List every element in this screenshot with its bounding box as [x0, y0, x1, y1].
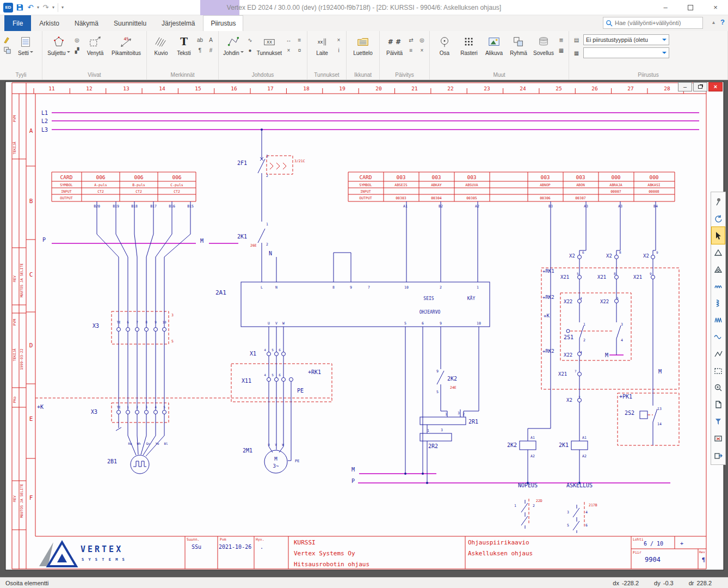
- text-edit-icon[interactable]: ab: [195, 35, 205, 44]
- drawing-filter-icon[interactable]: ▦: [572, 48, 581, 57]
- update-list-icon[interactable]: ≡: [406, 46, 416, 54]
- schematic-text: 2: [583, 338, 585, 342]
- search-input[interactable]: [615, 20, 700, 26]
- tag-frame-icon[interactable]: ¤: [295, 46, 304, 54]
- style-pick-icon[interactable]: [3, 35, 12, 44]
- zoom-icon[interactable]: [712, 379, 725, 396]
- mdi-close-button[interactable]: ×: [708, 82, 723, 91]
- marquee-icon[interactable]: [712, 362, 725, 379]
- schematic-text: 5: [436, 390, 439, 394]
- app-link-icon[interactable]: ≣: [557, 35, 566, 44]
- setti-button[interactable]: Setti: [12, 32, 39, 56]
- pin-icon[interactable]: [712, 193, 725, 210]
- filter-icon[interactable]: [712, 413, 725, 430]
- wire-node-icon[interactable]: ∿: [245, 35, 255, 44]
- drawing-canvas[interactable]: 111213141516171819202122232425262728ABCD…: [0, 80, 728, 577]
- mdi-minimize-button[interactable]: –: [678, 82, 692, 91]
- paivita-button[interactable]: # # Päivitä: [382, 32, 406, 56]
- window-close-button[interactable]: ×: [703, 0, 728, 15]
- select-cursor-icon[interactable]: [712, 227, 725, 244]
- suljettu-button[interactable]: Suljettu: [45, 32, 72, 56]
- tab-file[interactable]: File: [4, 15, 31, 31]
- tunnukset-johdotus-button[interactable]: XX Tunnukset: [255, 32, 284, 56]
- snap-target-icon[interactable]: ◎: [72, 35, 82, 44]
- schematic-text: SSu: [192, 544, 201, 550]
- alikuva-button[interactable]: Alikuva: [482, 32, 507, 56]
- drawing-filter-select[interactable]: [583, 47, 669, 58]
- text-icon: T: [176, 34, 192, 50]
- johdin-button[interactable]: Johdin: [221, 32, 245, 56]
- mdi-restore-button[interactable]: [693, 82, 707, 91]
- tab-jarjestelma[interactable]: Järjestelmä: [155, 15, 202, 31]
- tab-suunnittelu[interactable]: Suunnittelu: [107, 15, 153, 31]
- text-grid-icon[interactable]: #: [206, 46, 215, 54]
- sovellus-button[interactable]: Sovellus: [530, 32, 557, 56]
- wave-icon[interactable]: [712, 328, 725, 345]
- coil-2-icon[interactable]: [712, 295, 725, 311]
- schematic-text: ABRAJA: [609, 183, 622, 187]
- schematic-text: B17: [150, 204, 157, 209]
- delete-box-icon[interactable]: [712, 430, 725, 446]
- schematic-text: Pvm: [220, 537, 226, 542]
- hatch-triangle-icon[interactable]: [712, 261, 725, 278]
- polyline-icon[interactable]: [712, 345, 725, 362]
- schematic-text: 006: [172, 174, 181, 180]
- paragraph-icon[interactable]: ¶: [195, 46, 205, 54]
- device-x-icon[interactable]: ×: [334, 35, 343, 44]
- export-icon[interactable]: [712, 446, 725, 463]
- schematic-text: 3: [441, 428, 443, 432]
- undo-icon[interactable]: ↶: [26, 2, 35, 13]
- tag-x-icon[interactable]: ×: [284, 46, 293, 54]
- schematic-text: D: [29, 342, 33, 349]
- tag-left-icon[interactable]: ↔: [284, 35, 293, 44]
- group-label-tunnukset: Tunnukset: [310, 71, 343, 79]
- schematic-text: 2: [462, 412, 465, 416]
- schematic-text: 10: [162, 320, 166, 324]
- schematic-text: X21: [558, 371, 567, 377]
- rotate-icon[interactable]: [712, 210, 725, 227]
- app-icon[interactable]: ED: [3, 3, 13, 13]
- swap-tags-icon[interactable]: ⇄: [406, 35, 416, 44]
- window-minimize-button[interactable]: –: [653, 0, 678, 15]
- style-apply-icon[interactable]: [3, 46, 12, 54]
- window-maximize-button[interactable]: [678, 0, 703, 15]
- save-icon[interactable]: [15, 2, 24, 13]
- luettelo-button[interactable]: Luettelo: [349, 32, 377, 56]
- rasteri-button[interactable]: Rasteri: [456, 32, 482, 56]
- tab-arkisto[interactable]: Arkisto: [32, 15, 66, 31]
- tag-right-icon[interactable]: ≡: [295, 35, 304, 44]
- drawing-type-select[interactable]: Ei piirustustyyppiä (oletu: [583, 34, 669, 45]
- kuvio-button[interactable]: Kuvio: [150, 32, 172, 56]
- schematic-text: 17: [267, 85, 273, 91]
- schematic-text: 2B1: [107, 458, 117, 464]
- laite-button[interactable]: xx Laite: [310, 32, 334, 56]
- schematic-text: 3: [621, 322, 623, 327]
- redo-icon[interactable]: ↷: [41, 2, 50, 13]
- ryhma-button[interactable]: Ryhmä: [507, 32, 530, 56]
- undo-dropdown-icon[interactable]: ▾: [37, 5, 39, 10]
- device-info-icon[interactable]: i: [334, 46, 343, 54]
- teksti-button[interactable]: T Teksti: [172, 32, 195, 56]
- find-tags-icon[interactable]: ◎: [417, 35, 427, 44]
- remove-tag-icon[interactable]: ×: [417, 46, 427, 54]
- osa-button[interactable]: Osa: [433, 32, 456, 56]
- redo-dropdown-icon[interactable]: ▾: [52, 5, 54, 10]
- drawing-type-icon[interactable]: ▤: [572, 35, 581, 44]
- help-icon[interactable]: ?: [720, 18, 725, 26]
- triangle-icon[interactable]: [712, 244, 725, 261]
- wire-dot-icon[interactable]: ●: [245, 46, 255, 54]
- app-grid-icon[interactable]: ▦: [557, 46, 566, 54]
- line-mode-icon[interactable]: ▞: [72, 46, 82, 54]
- text-box-icon[interactable]: A: [206, 35, 215, 44]
- search-box[interactable]: [603, 17, 703, 29]
- tab-piirustus[interactable]: Piirustus: [203, 15, 243, 31]
- qat-customize-icon[interactable]: ▾: [61, 5, 64, 10]
- schematic-text: 2K2: [447, 376, 457, 382]
- venyta-button[interactable]: Venytä: [82, 32, 109, 56]
- coil-3-icon[interactable]: [712, 311, 725, 328]
- pikamitoitus-button[interactable]: 45 Pikamitoitus: [109, 32, 144, 56]
- collapse-ribbon-icon[interactable]: ▴: [712, 19, 715, 25]
- coil-1-icon[interactable]: [712, 278, 725, 295]
- page-icon[interactable]: [712, 396, 725, 413]
- tab-nakyma[interactable]: Näkymä: [67, 15, 106, 31]
